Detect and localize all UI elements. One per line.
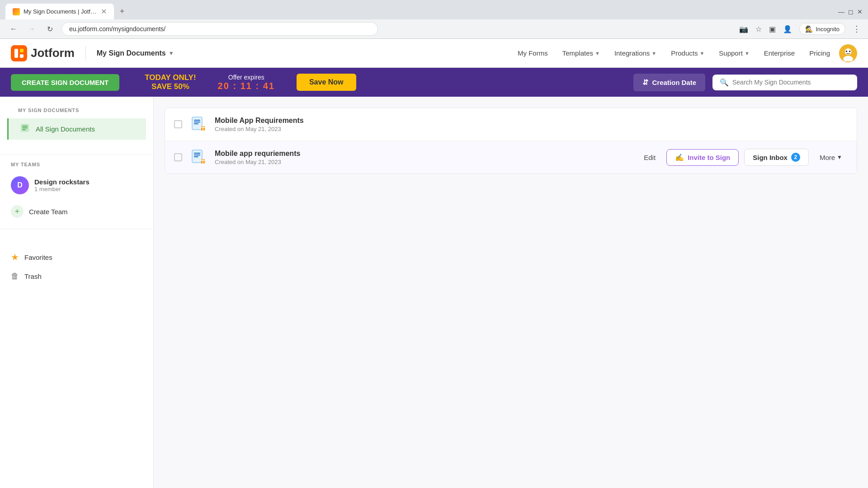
sidebar-item-trash[interactable]: 🗑 Trash [11,267,142,286]
nav-enterprise[interactable]: Enterprise [759,47,800,60]
svg-rect-23 [194,153,200,154]
jotform-logo[interactable]: Jotform [11,45,75,61]
incognito-badge: 🕵 Incognito [799,23,845,35]
more-chevron-icon: ▼ [837,154,842,160]
nav-my-forms-label: My Forms [518,49,548,57]
doc-checkbox-2[interactable] [174,153,182,161]
header-nav: My Forms Templates ▼ Integrations ▼ Prod… [512,44,857,62]
nav-pricing-label: Pricing [809,49,830,57]
creation-date-label: Creation Date [652,79,696,86]
extensions-icon[interactable]: ▣ [769,25,776,33]
team-design-rockstars[interactable]: D Design rockstars 1 member [11,173,142,198]
sidebar-divider-2 [0,229,153,229]
logo-text: Jotform [31,46,75,60]
doc-checkbox-1[interactable] [174,120,182,128]
restore-icon[interactable]: ◻ [848,8,854,15]
table-row: Mobile App Requirements Created on May 2… [165,108,857,141]
nav-support-label: Support [719,49,743,57]
team-info: Design rockstars 1 member [34,178,90,192]
invite-to-sign-button[interactable]: ✍ Invite to Sign [666,149,739,166]
svg-rect-10 [22,126,28,127]
sign-inbox-label: Sign Inbox [753,154,788,161]
incognito-icon: 🕵 [805,25,813,33]
sidebar-item-all-sign-documents[interactable]: All Sign Documents [7,118,146,140]
sidebar: MY SIGN DOCUMENTS All Sign Documents MY … [0,97,154,488]
nav-integrations-label: Integrations [614,49,650,57]
search-input[interactable] [732,79,850,86]
promo-text-block: TODAY ONLY! SAVE 50% [145,73,196,91]
user-avatar[interactable] [839,44,857,62]
profile-icon[interactable]: 👤 [783,25,792,33]
svg-rect-12 [22,129,26,130]
logo-icon [11,45,27,61]
nav-templates[interactable]: Templates ▼ [557,47,605,60]
svg-rect-17 [194,123,198,124]
active-tab[interactable]: My Sign Documents | Jotform ✕ [5,4,114,19]
doc-date-1: Created on May 21, 2023 [215,126,848,132]
svg-rect-3 [20,54,24,58]
section-title-text: My Sign Documents [97,49,166,57]
svg-rect-16 [194,122,200,122]
svg-point-8 [849,50,851,52]
document-list: Mobile App Requirements Created on May 2… [165,108,857,174]
header-section-title: My Sign Documents ▼ [97,49,174,57]
create-sign-document-button[interactable]: CREATE SIGN DOCUMENT [11,74,119,91]
section-dropdown-arrow[interactable]: ▼ [169,50,174,56]
address-bar: ← → ↻ 📷 ☆ ▣ 👤 🕵 Incognito ⋮ [0,19,868,39]
trash-label: Trash [24,272,42,280]
create-team-item[interactable]: + Create Team [11,202,142,221]
nav-products-label: Products [671,49,698,57]
nav-products[interactable]: Products ▼ [665,47,710,60]
url-input[interactable] [61,22,378,36]
sign-inbox-badge: 2 [791,153,800,162]
nav-pricing[interactable]: Pricing [804,47,835,60]
tab-favicon [13,8,20,15]
menu-icon[interactable]: ⋮ [853,24,861,34]
favorites-icon: ★ [11,252,19,263]
promo-banner: CREATE SIGN DOCUMENT TODAY ONLY! SAVE 50… [0,68,868,97]
team-members: 1 member [34,186,90,192]
app-header: Jotform My Sign Documents ▼ My Forms Tem… [0,39,868,68]
bookmark-icon[interactable]: ☆ [755,25,762,33]
sign-inbox-button[interactable]: Sign Inbox 2 [744,149,809,166]
svg-rect-25 [194,156,198,157]
more-label: More [820,154,835,161]
search-box: 🔍 [712,75,857,90]
nav-support[interactable]: Support ▼ [713,47,755,60]
close-icon[interactable]: ✕ [857,8,863,15]
promo-save-text: SAVE 50% [151,82,189,91]
more-button[interactable]: More ▼ [814,150,848,165]
forward-button[interactable]: → [25,23,38,35]
nav-integrations[interactable]: Integrations ▼ [609,47,662,60]
my-teams-section: MY TEAMS D Design rockstars 1 member + C… [0,162,153,221]
back-button[interactable]: ← [7,23,20,35]
tab-close-button[interactable]: ✕ [101,7,107,16]
doc-icon-2 [189,148,208,166]
new-tab-button[interactable]: + [116,5,128,18]
my-teams-title: MY TEAMS [11,162,142,167]
nav-enterprise-label: Enterprise [764,49,795,57]
tab-bar: My Sign Documents | Jotform ✕ + ― ◻ ✕ [0,0,868,19]
templates-arrow-icon: ▼ [595,51,600,56]
svg-rect-24 [194,155,200,155]
camera-off-icon: 📷 [739,25,748,33]
promo-right-actions: ⇵ Creation Date 🔍 [633,74,857,91]
doc-title-1: Mobile App Requirements [215,117,848,125]
integrations-arrow-icon: ▼ [651,51,656,56]
promo-offer-label: Offer expires [228,74,264,81]
nav-my-forms[interactable]: My Forms [512,47,553,60]
content-area: Mobile App Requirements Created on May 2… [154,97,868,488]
edit-button[interactable]: Edit [638,151,661,164]
creation-date-button[interactable]: ⇵ Creation Date [633,74,705,91]
save-now-button[interactable]: Save Now [297,74,356,91]
products-arrow-icon: ▼ [699,51,704,56]
minimize-icon[interactable]: ― [838,8,844,15]
sort-icon: ⇵ [642,78,648,87]
window-controls: ― ◻ ✕ [838,8,863,15]
svg-rect-1 [14,49,18,58]
create-team-icon: + [11,205,24,218]
reload-button[interactable]: ↻ [43,23,56,35]
all-docs-icon [19,123,30,135]
header-divider [85,46,86,61]
sidebar-item-favorites[interactable]: ★ Favorites [11,247,142,267]
